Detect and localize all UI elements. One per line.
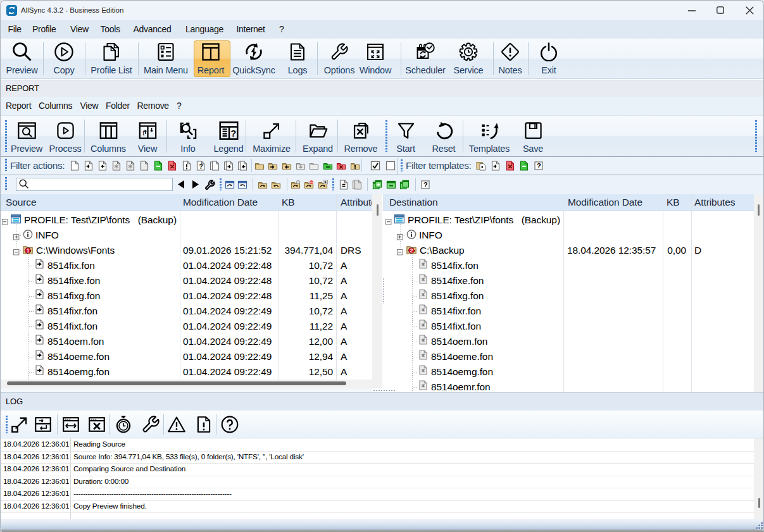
- svg-text:2: 2: [410, 247, 413, 254]
- svg-text:t: t: [142, 129, 144, 137]
- svg-text:?: ?: [230, 128, 236, 139]
- svg-text:1: 1: [27, 247, 30, 254]
- svg-text:?: ?: [537, 162, 541, 170]
- svg-text:?: ?: [423, 181, 428, 189]
- svg-text:?: ?: [199, 163, 203, 170]
